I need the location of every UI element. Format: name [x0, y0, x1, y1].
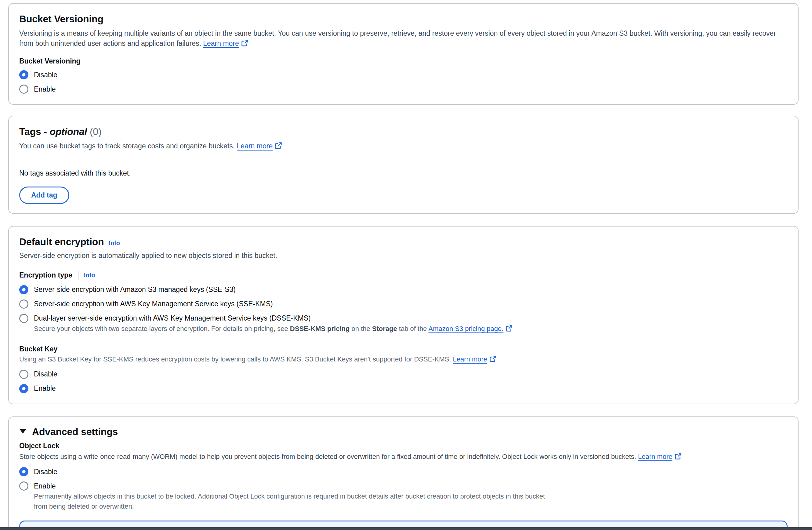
external-link-icon [675, 453, 682, 462]
bucket-key-label: Bucket Key [19, 345, 787, 353]
radio-button-icon[interactable] [19, 384, 28, 393]
bucket-versioning-title: Bucket Versioning [19, 13, 787, 25]
external-link-icon [506, 325, 512, 334]
bucket-key-disable-radio[interactable]: Disable [19, 370, 787, 379]
encryption-type-info-link[interactable]: Info [84, 272, 95, 279]
radio-button-icon[interactable] [19, 285, 28, 294]
radio-button-icon[interactable] [19, 300, 28, 309]
versioning-disable-radio[interactable]: Disable [19, 70, 787, 80]
radio-button-icon[interactable] [19, 370, 28, 379]
default-encryption-card: Default encryption Info Server-side encr… [8, 226, 799, 404]
encryption-type-label: Encryption type [19, 271, 72, 280]
advanced-settings-title: Advanced settings [32, 426, 118, 438]
object-lock-enable-description: Permanently allows objects in this bucke… [34, 491, 553, 511]
bucket-versioning-description: Versioning is a means of keeping multipl… [19, 28, 787, 49]
bucket-key-learn-more-link[interactable]: Learn more [453, 355, 488, 363]
divider [78, 271, 78, 280]
radio-button-icon[interactable] [19, 314, 28, 323]
no-tags-text: No tags associated with this bucket. [19, 169, 787, 177]
tags-learn-more-link[interactable]: Learn more [237, 142, 273, 150]
radio-button-icon[interactable] [19, 85, 28, 94]
tags-title-optional: optional [49, 126, 87, 137]
bucket-key-description: Using an S3 Bucket Key for SSE-KMS reduc… [19, 355, 787, 365]
object-lock-description: Store objects using a write-once-read-ma… [19, 452, 773, 462]
default-encryption-info-link[interactable]: Info [109, 240, 120, 247]
sse-kms-radio[interactable]: Server-side encryption with AWS Key Mana… [19, 300, 787, 309]
tags-count: (0) [90, 126, 102, 137]
bucket-versioning-card: Bucket Versioning Versioning is a means … [8, 3, 799, 105]
external-link-icon [275, 142, 282, 152]
dsse-kms-radio[interactable]: Dual-layer server-side encryption with A… [19, 314, 787, 323]
radio-button-icon[interactable] [19, 482, 28, 491]
tags-card: Tags - optional (0) You can use bucket t… [8, 116, 799, 214]
radio-button-icon[interactable] [19, 70, 28, 80]
tags-description: You can use bucket tags to track storage… [19, 141, 787, 152]
default-encryption-title: Default encryption [19, 236, 104, 248]
object-lock-learn-more-link[interactable]: Learn more [638, 453, 672, 460]
sse-s3-radio[interactable]: Server-side encryption with Amazon S3 ma… [19, 285, 787, 294]
object-lock-disable-radio[interactable]: Disable [19, 467, 787, 476]
caret-down-icon [19, 428, 27, 435]
versioning-learn-more-link[interactable]: Learn more [203, 39, 239, 47]
external-link-icon [241, 39, 248, 49]
versioning-enable-radio[interactable]: Enable [19, 85, 787, 94]
radio-button-icon[interactable] [19, 467, 28, 476]
default-encryption-description: Server-side encryption is automatically … [19, 250, 787, 261]
bottom-page-edge [0, 527, 812, 530]
bucket-versioning-field-label: Bucket Versioning [19, 57, 787, 65]
s3-pricing-page-link[interactable]: Amazon S3 pricing page. [429, 325, 504, 332]
object-lock-enable-radio[interactable]: Enable [19, 482, 787, 491]
advanced-settings-toggle[interactable]: Advanced settings [19, 426, 787, 438]
object-lock-label: Object Lock [19, 442, 787, 450]
add-tag-button[interactable]: Add tag [19, 187, 69, 204]
encryption-type-row: Encryption type Info [19, 271, 787, 280]
bucket-key-enable-radio[interactable]: Enable [19, 384, 787, 393]
advanced-settings-card: Advanced settings Object Lock Store obje… [8, 416, 799, 530]
tags-title: Tags - optional (0) [19, 126, 787, 138]
dsse-kms-description: Secure your objects with two separate la… [34, 324, 787, 334]
external-link-icon [489, 355, 496, 365]
create-bucket-settings-page: Bucket Versioning Versioning is a means … [0, 0, 812, 530]
